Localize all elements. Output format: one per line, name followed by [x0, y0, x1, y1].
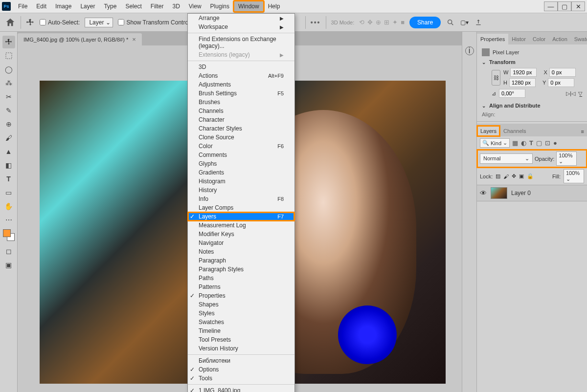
menu-type[interactable]: Type: [99, 1, 121, 12]
menu-character[interactable]: Character: [188, 115, 294, 124]
menu-measurement-log[interactable]: Measurement Log: [188, 221, 294, 230]
menu-tool-presets[interactable]: Tool Presets: [188, 335, 294, 344]
brush-tool[interactable]: 🖌: [2, 131, 15, 144]
menu-swatches[interactable]: Swatches: [188, 318, 294, 327]
lock-all-icon[interactable]: 🔒: [527, 173, 534, 179]
eraser-tool[interactable]: ◧: [2, 159, 15, 172]
menu-character-styles[interactable]: Character Styles: [188, 124, 294, 133]
y-field[interactable]: [548, 78, 574, 87]
menu-actions[interactable]: ActionsAlt+F9: [188, 71, 294, 80]
lock-position-icon[interactable]: ✥: [512, 173, 516, 179]
menu-layers[interactable]: ✓LayersF7: [188, 212, 294, 221]
lock-brush-icon[interactable]: 🖌: [503, 174, 509, 179]
angle-field[interactable]: [499, 89, 525, 98]
menu-version-history[interactable]: Version History: [188, 344, 294, 353]
menu-shapes[interactable]: Shapes: [188, 300, 294, 309]
camera-icon[interactable]: ■: [401, 19, 405, 26]
menu-select[interactable]: Select: [121, 1, 146, 12]
menu-styles[interactable]: Styles: [188, 309, 294, 318]
menu-file[interactable]: File: [14, 1, 32, 12]
hand-tool[interactable]: ✋: [2, 200, 15, 213]
visibility-icon[interactable]: 👁: [480, 189, 487, 197]
scale-icon[interactable]: ⊞: [384, 19, 389, 26]
layer-name[interactable]: Layer 0: [511, 190, 531, 196]
menu-notes[interactable]: Notes: [188, 247, 294, 256]
menu-properties[interactable]: ✓Properties: [188, 291, 294, 300]
menu-paragraph[interactable]: Paragraph: [188, 256, 294, 265]
tab-properties[interactable]: Properties: [477, 34, 508, 44]
link-wh-icon[interactable]: ⛓: [492, 70, 500, 86]
menu-brushes[interactable]: Brushes: [188, 98, 294, 107]
menu-modifier-keys[interactable]: Modifier Keys: [188, 230, 294, 239]
filter-pixel-icon[interactable]: ▦: [512, 139, 518, 147]
panel-menu-icon[interactable]: ≡: [578, 127, 587, 136]
lock-transparency-icon[interactable]: ▨: [496, 173, 500, 179]
menu-channels[interactable]: Channels: [188, 107, 294, 115]
orbit-icon[interactable]: ⟲: [359, 19, 364, 26]
quick-mask[interactable]: ◻: [2, 245, 15, 258]
menu-comments[interactable]: Comments: [188, 151, 294, 159]
screen-mode[interactable]: ▣: [2, 259, 15, 271]
menu-find-extensions[interactable]: Find Extensions on Exchange (legacy)...: [188, 35, 294, 50]
lasso-tool[interactable]: ◯: [2, 63, 15, 76]
menu-open-document[interactable]: ✓1 IMG_8400.jpg: [188, 386, 294, 392]
blend-mode-select[interactable]: Normal⌄: [480, 153, 533, 164]
info-icon[interactable]: i: [465, 46, 474, 55]
x-field[interactable]: [549, 68, 576, 77]
layer-select[interactable]: Layer ⌄: [85, 18, 113, 27]
menu-help[interactable]: Help: [264, 1, 285, 12]
transform-section[interactable]: Transform: [482, 59, 582, 65]
close-tab-icon[interactable]: ×: [132, 36, 136, 43]
menu-layer-comps[interactable]: Layer Comps: [188, 203, 294, 212]
move-tool[interactable]: [2, 36, 15, 48]
crop-tool[interactable]: ✂: [2, 90, 15, 103]
menu-patterns[interactable]: Patterns: [188, 283, 294, 291]
menu-libraries[interactable]: Библиотеки: [188, 356, 294, 365]
auto-select-checkbox[interactable]: Auto-Select:: [40, 19, 80, 26]
height-field[interactable]: [509, 78, 536, 87]
align-section[interactable]: Align and Distribute: [482, 103, 582, 109]
width-field[interactable]: [510, 68, 537, 77]
move-tool-icon[interactable]: [26, 18, 35, 27]
workspace-icon[interactable]: ▢▾: [460, 19, 469, 26]
share-button[interactable]: Share: [409, 17, 441, 28]
menu-view[interactable]: View: [184, 1, 206, 12]
menu-3d[interactable]: 3D: [168, 1, 184, 12]
flip-h-icon[interactable]: ▷|◁: [566, 90, 575, 97]
menu-info[interactable]: InfoF8: [188, 195, 294, 203]
tab-swatches[interactable]: Swatcl: [571, 34, 587, 44]
menu-filter[interactable]: Filter: [146, 1, 168, 12]
more-icon[interactable]: •••: [311, 19, 321, 26]
flip-v-icon[interactable]: ▽̲: [578, 90, 582, 97]
stamp-tool[interactable]: ▲: [2, 145, 15, 158]
menu-glyphs[interactable]: Glyphs: [188, 159, 294, 168]
foreground-color[interactable]: [3, 229, 11, 237]
menu-brush-settings[interactable]: Brush SettingsF5: [188, 89, 294, 98]
light-icon[interactable]: ✦: [392, 19, 398, 26]
tab-actions[interactable]: Action: [549, 34, 571, 44]
menu-history[interactable]: History: [188, 186, 294, 195]
menu-layer[interactable]: Layer: [76, 1, 99, 12]
menu-tools[interactable]: ✓Tools: [188, 374, 294, 383]
document-tab[interactable]: IMG_8400.jpg @ 100% (Layer 0, RGB/8#) * …: [18, 33, 142, 45]
wand-tool[interactable]: ⁂: [2, 77, 15, 89]
filter-smart-icon[interactable]: ⊡: [545, 139, 550, 147]
menu-paths[interactable]: Paths: [188, 274, 294, 283]
menu-window[interactable]: Window: [234, 1, 264, 12]
filter-type-icon[interactable]: T: [529, 139, 533, 147]
home-button[interactable]: [5, 17, 16, 28]
menu-workspace[interactable]: Workspace▶: [188, 22, 294, 31]
menu-edit[interactable]: Edit: [32, 1, 51, 12]
close-button[interactable]: ✕: [571, 1, 585, 11]
pan-icon[interactable]: ✥: [367, 19, 373, 26]
layer-row[interactable]: 👁 Layer 0: [477, 185, 587, 201]
menu-timeline[interactable]: Timeline: [188, 327, 294, 335]
maximize-button[interactable]: ▢: [558, 1, 571, 11]
heal-tool[interactable]: ⊕: [2, 118, 15, 131]
tab-color[interactable]: Color: [529, 34, 549, 44]
menu-navigator[interactable]: Navigator: [188, 239, 294, 247]
shape-tool[interactable]: ▭: [2, 186, 15, 199]
tab-layers[interactable]: Layers: [477, 126, 500, 136]
eyedropper-tool[interactable]: ✎: [2, 104, 15, 117]
menu-image[interactable]: Image: [51, 1, 76, 12]
